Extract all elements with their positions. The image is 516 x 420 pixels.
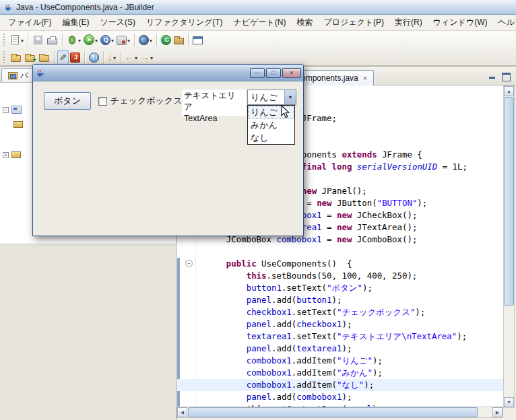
globe-icon [89,53,99,63]
app-close-button[interactable]: × [282,68,301,78]
toolbar-open-project-button[interactable] [23,50,37,65]
toolbar-separator [156,34,157,46]
menu-item-7[interactable]: 実行(R) [389,15,428,30]
code-line-current[interactable]: combobox1.addItem("なし"); [176,379,503,391]
maximize-view-icon[interactable] [501,72,511,80]
jbuilder-icon [70,53,80,63]
app-maximize-button[interactable]: □ [266,68,281,78]
toolbar-jbuilder-button[interactable] [69,50,82,65]
folder-icon [11,151,21,158]
vertical-scroll-thumb[interactable] [504,97,514,306]
toolbar-open-resource-button[interactable] [37,50,51,65]
toolbar-forward-button[interactable] [139,50,154,65]
save-icon [34,36,42,44]
window-titlebar[interactable]: Java - UseComponents.java - JBuilder [0,0,516,15]
scroll-left-icon[interactable] [177,407,187,417]
toolbar-console-button[interactable] [191,32,204,47]
app-checkbox[interactable]: チェックボックス [98,95,182,107]
app-window: — □ × ボタン チェックボックス テキストエリアTextArea りんご ▼… [32,64,304,236]
tree-item[interactable] [13,121,23,128]
toolbar-web-button[interactable] [88,50,100,65]
minimize-view-icon[interactable] [488,72,497,80]
toolbar-new-button[interactable] [9,32,25,47]
expander-plus-icon[interactable] [3,152,9,158]
menu-bar: ファイル(F)編集(E)ソース(S)リファクタリング(T)ナビゲート(N)検索プ… [0,15,516,31]
toolbar-web-browser-button[interactable] [137,32,154,47]
toolbar-new-package-button[interactable] [172,32,185,47]
menu-item-2[interactable]: ソース(S) [94,15,141,30]
menu-item-8[interactable]: ウィンドウ(W) [428,15,493,30]
mouse-cursor [281,105,290,118]
caret-down-icon [21,35,24,44]
app-minimize-button[interactable]: — [250,68,265,78]
code-line[interactable]: panel.add(checkbox1); [176,318,503,330]
combobox-arrow-button[interactable]: ▼ [284,90,296,104]
menu-item-5[interactable]: 検索 [291,15,318,30]
toolbar-grip[interactable] [3,34,5,46]
horizontal-scrollbar[interactable] [176,407,503,418]
tab-close-icon[interactable]: × [363,75,367,82]
toolbar-grip[interactable] [3,51,5,63]
horizontal-scroll-thumb[interactable] [188,407,478,417]
forward-arrow-icon [140,52,150,63]
view-buttons [488,72,511,80]
menu-item-3[interactable]: リファクタリング(T) [141,15,228,30]
code-line[interactable]: public UseComponents() { [176,258,503,270]
back-arrow-icon [125,52,134,63]
folder-icon [39,55,49,62]
tree-item[interactable] [3,106,22,114]
code-line[interactable] [176,246,503,258]
toolbar-debug-button[interactable] [65,32,82,47]
dropdown-item-2[interactable]: なし [248,131,294,144]
menu-item-9[interactable]: ヘルプ [492,15,516,30]
code-line[interactable]: panel.add(button1); [176,294,503,306]
checkbox-box-icon[interactable] [98,97,107,106]
toolbar-new-class-button[interactable] [160,32,172,47]
code-line[interactable]: panel.add(textarea1); [176,343,503,355]
project-icon [11,106,22,114]
toolbar-print-button[interactable] [45,32,59,47]
toolbar-save-button[interactable] [31,32,45,47]
code-line[interactable]: combobox1.addItem("りんご"); [176,355,503,367]
code-line[interactable]: this.setBounds(50, 100, 400, 250); [176,270,503,282]
vertical-scrollbar[interactable] [503,85,515,408]
app-combobox[interactable]: りんご ▼ [247,90,296,105]
console-view-icon [193,36,203,44]
menu-item-4[interactable]: ナビゲート(N) [228,15,292,30]
code-line[interactable]: textarea1.setText("テキストエリア\nTextArea"); [176,330,503,343]
expander-minus-icon[interactable] [3,107,9,113]
menu-item-0[interactable]: ファイル(F) [3,15,57,30]
toolbar-last-edit-button[interactable] [106,50,117,65]
toolbar-run-button[interactable] [82,32,99,47]
package-explorer-icon [8,72,18,79]
code-line[interactable]: button1.setText("ボタン"); [176,282,503,294]
dropdown-item-1[interactable]: みかん [248,118,294,131]
toolbar-external-tools-button[interactable] [115,32,131,47]
app-checkbox-label: チェックボックス [110,95,182,107]
scroll-up-icon[interactable] [504,86,514,96]
toolbar-mark-occurrences-button[interactable] [57,50,69,65]
java-cup-icon [35,68,45,78]
tree-item[interactable] [3,151,21,158]
toolbar-open-file-button[interactable] [9,50,23,65]
toolbar-separator [62,34,63,46]
app-window-titlebar[interactable]: — □ × [33,65,303,81]
menu-item-6[interactable]: プロジェクト(P) [318,15,389,30]
scroll-right-icon[interactable] [492,407,503,417]
app-textarea[interactable]: テキストエリアTextArea [182,90,246,116]
caret-down-icon [150,53,153,62]
code-line[interactable]: combobox1.addItem("みかん"); [176,367,503,379]
toolbar-profile-button[interactable] [99,32,115,47]
caret-down-icon [127,35,130,44]
toolbar-separator [84,51,85,64]
code-line[interactable]: checkbox1.setText("チェックボックス"); [176,306,503,318]
app-button[interactable]: ボタン [44,92,91,110]
menu-item-1[interactable]: 編集(E) [57,15,94,30]
package-explorer-tab[interactable]: パ [1,68,35,82]
bug-icon [69,36,75,44]
toolbar-back-button[interactable] [123,50,139,65]
caret-down-icon [78,35,81,44]
scroll-down-icon[interactable] [504,397,514,407]
app-window-controls: — □ × [250,68,301,78]
code-line[interactable]: panel.add(combobox1); [176,391,503,403]
